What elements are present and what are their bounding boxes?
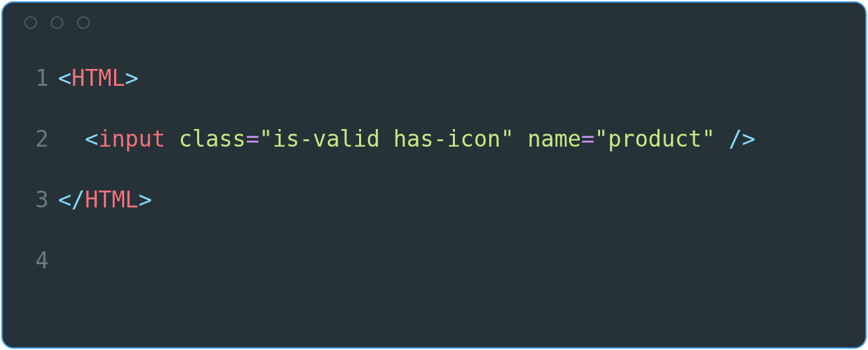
token-attr: class <box>179 126 246 152</box>
line-content: <HTML> <box>58 65 865 92</box>
token-bracket: < <box>85 126 99 152</box>
token-space <box>165 126 179 152</box>
token-equals: = <box>581 126 595 152</box>
line-number: 1 <box>3 65 58 92</box>
code-line: 3 </HTML> <box>3 186 865 247</box>
token-tag: input <box>99 126 165 152</box>
line-number: 2 <box>3 126 58 153</box>
line-number: 3 <box>3 186 58 214</box>
token-bracket: > <box>125 65 138 91</box>
line-content: </HTML> <box>58 186 865 214</box>
code-line: 1 <HTML> <box>3 65 865 126</box>
token-space <box>514 126 528 152</box>
token-bracket: < <box>58 65 72 91</box>
token-string: "product" <box>595 126 715 152</box>
line-number: 4 <box>3 247 58 274</box>
token-tag: HTML <box>72 65 125 91</box>
token-attr: name <box>527 126 580 152</box>
token-space <box>715 126 729 152</box>
line-content: <input class="is-valid has-icon" name="p… <box>58 126 865 153</box>
code-line: 2 <input class="is-valid has-icon" name=… <box>3 126 865 186</box>
token-string: "is-valid has-icon" <box>259 126 514 152</box>
close-icon[interactable] <box>24 16 37 29</box>
code-editor[interactable]: 1 <HTML> 2 <input class="is-valid has-ic… <box>3 42 865 347</box>
maximize-icon[interactable] <box>77 16 90 29</box>
editor-window: 1 <HTML> 2 <input class="is-valid has-ic… <box>1 1 867 349</box>
token-indent <box>58 126 85 152</box>
token-bracket: </ <box>58 186 85 213</box>
token-bracket: > <box>138 186 152 213</box>
token-selfclose: /> <box>728 126 755 152</box>
token-equals: = <box>246 126 259 152</box>
token-tag: HTML <box>85 186 138 213</box>
window-titlebar <box>3 3 865 42</box>
minimize-icon[interactable] <box>51 16 63 29</box>
code-line: 4 <box>3 247 865 308</box>
